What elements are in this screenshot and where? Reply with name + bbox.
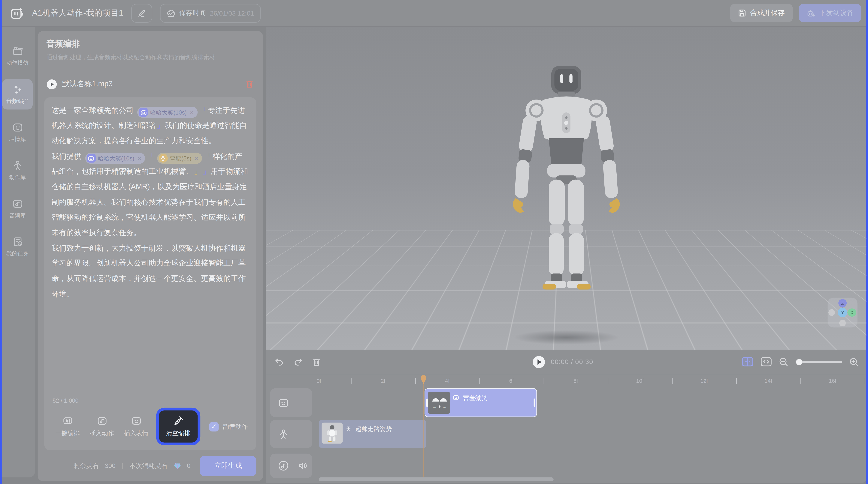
- ruler-tick: [608, 378, 608, 384]
- sidebar-item-4[interactable]: 音频库: [2, 194, 33, 224]
- svg-text:,,,: ,,,: [443, 404, 446, 408]
- playhead-line[interactable]: [423, 375, 424, 478]
- gem-icon: [174, 462, 181, 469]
- rename-project-button[interactable]: [131, 4, 152, 22]
- panel-subtitle: 通过音频处理，生成音频素材以及融合动作和表情的音频编排素材: [46, 53, 254, 61]
- ruler-label-8f: 8f: [574, 378, 578, 384]
- gizmo-neg-x-dot: [829, 309, 835, 316]
- editor-actions-row: 一键编排插入动作插入表情 清空编排 ✓ 韵律动作: [52, 409, 249, 444]
- delete-clip-button[interactable]: [312, 357, 321, 366]
- generate-now-button[interactable]: 立即生成: [200, 455, 256, 476]
- fit-timeline-icon[interactable]: [761, 357, 772, 367]
- expression-clip[interactable]: ,,,,,,害羞微笑: [425, 388, 537, 417]
- window-accent-border-right: [866, 0, 868, 484]
- ruler-tick: [415, 378, 416, 384]
- clear-arrange-button[interactable]: 清空编排: [159, 411, 198, 443]
- ruler-label-6f: 6f: [509, 378, 514, 384]
- ruler-label-14f: 14f: [765, 378, 772, 384]
- screenshot-stage: A1机器人动作-我的项目1 保存时间 26/01/03 12:01 合成并保存: [0, 0, 868, 484]
- expression-tag[interactable]: 哈哈大笑(10s)×: [85, 153, 145, 164]
- editor-action-button-2[interactable]: 插入表情: [120, 415, 152, 438]
- editor-action-button-1[interactable]: 插入动作: [86, 415, 118, 438]
- sidebar-item-5[interactable]: 我的任务: [2, 232, 33, 262]
- tag-action-person-icon: [159, 154, 167, 163]
- sidebar-item-3[interactable]: 动作库: [2, 155, 33, 186]
- play-button[interactable]: [533, 355, 545, 368]
- play-audio-button[interactable]: [46, 79, 57, 89]
- cost-gems-value: 0: [187, 462, 190, 469]
- topbar: A1机器人动作-我的项目1 保存时间 26/01/03 12:01 合成并保存: [0, 0, 868, 27]
- tag-label: 弯腰(5s): [170, 155, 191, 161]
- checkbox-checked-icon[interactable]: ✓: [209, 422, 219, 431]
- delete-audio-button[interactable]: [245, 80, 254, 89]
- editor-text-run: 这是一家全球领先的公司: [52, 106, 136, 114]
- save-time-chip: 保存时间 26/01/03 12:01: [160, 4, 261, 22]
- gizmo-x-label: X: [850, 310, 854, 315]
- timeline-zoom-slider[interactable]: [796, 361, 842, 362]
- undo-button[interactable]: [275, 357, 284, 366]
- clip-trim-handle-right[interactable]: [534, 398, 535, 407]
- sidebar-item-1[interactable]: 音频编排: [2, 79, 33, 109]
- zoom-out-icon[interactable]: [779, 357, 788, 366]
- gizmo-z-label: Z: [841, 301, 844, 306]
- range-bracket-purple: 「: [199, 106, 207, 114]
- mute-track-icon[interactable]: [298, 461, 308, 471]
- action-clip[interactable]: 超帅走路姿势: [319, 420, 426, 448]
- robot-3d-model[interactable]: [489, 51, 644, 317]
- audio-file-row: 默认名称1.mp3: [46, 79, 254, 89]
- tag-remove-icon[interactable]: ×: [190, 109, 194, 115]
- ruler-tick: [801, 378, 801, 384]
- zoom-in-icon[interactable]: [849, 357, 859, 366]
- zoom-slider-knob[interactable]: [796, 359, 802, 365]
- sidebar-item-2[interactable]: 表情库: [2, 117, 33, 148]
- script-editor[interactable]: 这是一家全球领先的公司 哈哈大笑(10s)×「专注于先进机器人系统的设计、制造和…: [44, 97, 256, 450]
- playhead-marker[interactable]: [420, 375, 426, 384]
- window-accent-border-left: [0, 0, 2, 484]
- clip-trim-handle-left[interactable]: [426, 398, 428, 407]
- expression-clip-thumbnail: ,,,,,,: [428, 392, 450, 414]
- orientation-gizmo[interactable]: Z X Y: [828, 298, 858, 327]
- app-logo-icon: [10, 6, 24, 20]
- ruler-tick: [351, 378, 351, 384]
- ruler-label-16f: 16f: [829, 378, 836, 384]
- sidebar-item-label: 动作库: [9, 174, 26, 182]
- audio-track-header[interactable]: [270, 454, 312, 478]
- expression-track-header[interactable]: [270, 388, 312, 417]
- sidebar-item-0[interactable]: 动作模仿: [2, 41, 33, 71]
- horizontal-scrollbar[interactable]: [319, 478, 554, 481]
- editor-rich-text[interactable]: 这是一家全球领先的公司 哈哈大笑(10s)×「专注于先进机器人系统的设计、制造和…: [52, 103, 249, 394]
- ruler-tick: [736, 378, 737, 384]
- panel-title: 音频编排: [46, 39, 254, 49]
- editor-action-button-0[interactable]: 一键编排: [52, 415, 84, 438]
- action-clip-thumbnail: [321, 422, 343, 444]
- action-tag[interactable]: 弯腰(5s)×: [157, 153, 202, 164]
- rhythm-motion-label: 韵律动作: [222, 422, 248, 430]
- audio-arrange-icon: [12, 84, 23, 95]
- range-bracket-yellow: 「: [204, 152, 212, 160]
- gizmo-neg-z-dot: [839, 320, 846, 326]
- clear-broom-icon: [173, 415, 183, 426]
- viewport-3d[interactable]: Z X Y: [266, 27, 866, 350]
- ruler-label-10f: 10f: [636, 378, 644, 384]
- tag-remove-icon[interactable]: ×: [138, 155, 141, 161]
- expression-tag[interactable]: 哈哈大笑(10s)×: [137, 107, 197, 118]
- auto-follow-toggle-icon[interactable]: [742, 357, 753, 367]
- timeline-toolbar: 00:00 / 00:30: [266, 350, 866, 375]
- redo-button[interactable]: [293, 357, 303, 366]
- robot-download-icon: [806, 9, 815, 18]
- timeline-ruler[interactable]: 0f2f4f6f8f10f12f14f16f: [266, 375, 866, 388]
- merge-save-button[interactable]: 合成并保存: [730, 4, 793, 22]
- audio-track-icon: [278, 460, 289, 471]
- save-time-value: 26/01/03 12:01: [210, 9, 254, 17]
- floppy-icon: [738, 9, 746, 17]
- playback-time: 00:00 / 00:30: [551, 358, 593, 365]
- insert-action-icon: [97, 415, 107, 426]
- deploy-to-device-button[interactable]: 下发到设备: [799, 4, 862, 22]
- action-track-header[interactable]: [270, 420, 312, 448]
- editor-text-run: 我们提供: [52, 152, 83, 160]
- rhythm-motion-toggle[interactable]: ✓ 韵律动作: [209, 422, 249, 431]
- svg-text:,,,: ,,,: [433, 404, 436, 408]
- tag-remove-icon[interactable]: ×: [195, 155, 198, 161]
- expression-library-icon: [12, 122, 23, 133]
- ruler-label-0f: 0f: [316, 378, 321, 384]
